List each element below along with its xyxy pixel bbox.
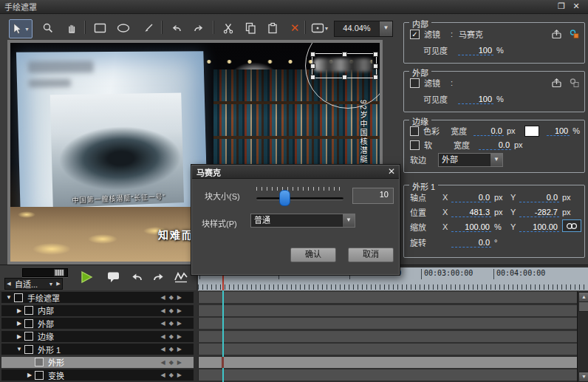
kf-next-icon[interactable]: ▶ [177,307,182,314]
kf-prev-icon[interactable]: ◀ [161,294,165,301]
edge-color-opacity-value[interactable]: 100 [547,126,570,136]
timeline-zoom-slider[interactable] [22,268,68,277]
expand-icon[interactable]: ▶ [15,320,24,327]
track-row-transform[interactable]: ▶ 变换 ◀◆▶ [1,369,194,381]
track-lane[interactable] [198,305,577,316]
kf-next-icon[interactable]: ▶ [177,333,182,340]
block-style-dropdown[interactable]: 普通 ▼ [250,214,355,228]
rotation-value[interactable]: 0.0 [451,238,491,248]
mask-handle-bottom-center[interactable] [342,75,347,80]
timeline-redo-button[interactable] [149,267,168,287]
export-filter-icon[interactable] [551,29,562,39]
kf-next-icon[interactable]: ▶ [177,359,182,366]
zoom-level-dropdown[interactable]: 44.04% ▼ [334,21,393,37]
kf-next-icon[interactable]: ▶ [177,346,182,352]
soft-edge-caret-icon[interactable]: ▼ [490,154,502,166]
scale-y-value[interactable]: 100.00 [519,222,559,232]
scale-link-toggle[interactable] [562,219,581,232]
track-row-external[interactable]: ▶ 外部 ◀◆▶ [1,318,194,329]
filter-settings-icon[interactable] [569,29,580,39]
track-row-shape-selected[interactable]: 外形 ◀◆▶ [1,357,194,368]
track-checkbox[interactable] [24,345,33,354]
kf-prev-icon[interactable]: ◀ [161,307,165,314]
playhead-line[interactable] [222,290,224,382]
edge-soft-checkbox[interactable] [410,140,420,150]
comment-button[interactable] [103,267,123,287]
track-checkbox[interactable] [14,293,23,302]
track-lane[interactable] [198,292,577,303]
position-x-value[interactable]: 481.3 [451,208,491,217]
mask-handle-top-left[interactable] [310,52,315,57]
kf-add-icon[interactable]: ◆ [169,294,174,301]
expand-icon[interactable]: ▶ [15,333,24,340]
scroll-down-icon[interactable]: ▼ [578,372,588,382]
track-row-internal[interactable]: ▶ 内部 ◀◆▶ [1,305,194,316]
play-button[interactable] [77,267,96,287]
confirm-button[interactable]: 确认 [290,248,336,262]
track-lane-selected[interactable] [198,357,577,368]
spin-right-icon[interactable]: ▶ [55,281,62,287]
internal-filter-value[interactable]: 马赛克 [459,28,483,40]
kf-add-icon[interactable]: ◆ [169,359,174,366]
edge-color-width-value[interactable]: 0.0 [474,126,504,136]
edge-soft-width-value[interactable]: 0.0 [479,140,511,150]
internal-visibility-value[interactable]: 100 [458,46,493,55]
kf-add-icon[interactable]: ◆ [169,307,174,314]
mosaic-dialog-titlebar[interactable]: 马赛克 [192,166,399,179]
fit-caret-icon[interactable]: ▼ [47,282,55,287]
timeline-undo-button[interactable] [127,267,146,287]
close-button[interactable]: ✕ [570,1,582,12]
keyframe-marker[interactable] [222,357,224,368]
edge-color-checkbox[interactable] [410,126,419,136]
track-lane[interactable] [198,369,577,381]
maximize-button[interactable]: ❐ [555,1,567,12]
kf-prev-icon[interactable]: ◀ [161,372,165,378]
paste-button[interactable] [263,19,282,37]
mask-handle-mid-right[interactable] [373,64,378,69]
expand-icon[interactable]: ▶ [15,307,24,314]
external-filter-checkbox[interactable] [410,78,420,88]
internal-filter-checkbox[interactable]: ✓ [410,30,420,39]
kf-next-icon[interactable]: ▶ [177,372,182,378]
cut-button[interactable] [219,19,238,37]
mask-handle-top-center[interactable] [342,52,347,57]
track-lane[interactable] [198,344,577,355]
kf-add-icon[interactable]: ◆ [169,320,174,327]
mosaic-dialog[interactable]: 马赛克 ✕ 块大小(S) 10 块样式(P) 普通 ▼ 确认 取消 [191,164,400,276]
expand-icon[interactable]: ▼ [4,294,13,301]
redo-button[interactable] [189,19,208,37]
fit-view-button[interactable]: ▼ [309,19,331,37]
kf-next-icon[interactable]: ▶ [177,294,182,301]
scrollbar-thumb[interactable] [578,301,588,312]
scale-x-value[interactable]: 100.00 [451,222,491,232]
kf-add-icon[interactable]: ◆ [169,346,174,352]
track-checkbox[interactable] [35,358,44,366]
anchor-y-value[interactable]: 0.0 [519,193,559,202]
track-checkbox[interactable] [35,371,44,380]
track-row-mask[interactable]: ▼ 手绘遮罩 ◀◆▶ [1,292,194,303]
kf-add-icon[interactable]: ◆ [169,333,174,340]
anchor-x-value[interactable]: 0.0 [451,193,491,202]
filter-settings-icon-disabled[interactable] [569,78,580,88]
export-filter-icon[interactable] [551,78,562,88]
mask-handle-top-right[interactable] [373,52,378,57]
track-checkbox[interactable] [24,319,33,328]
ellipse-tool-button[interactable] [114,19,133,37]
rectangle-tool-button[interactable] [90,19,109,37]
kf-add-icon[interactable]: ◆ [169,372,174,378]
curve-editor-button[interactable] [171,267,191,287]
title-bar[interactable]: 手绘遮罩 ❐ ✕ [0,0,588,14]
mask-handle-bottom-left[interactable] [310,75,315,80]
mask-rotate-handle[interactable] [380,63,383,69]
zoom-level-caret-icon[interactable]: ▼ [379,21,392,36]
external-visibility-value[interactable]: 100 [458,95,493,104]
spin-left-icon[interactable]: ◀ [5,281,13,287]
mosaic-dialog-close-icon[interactable]: ✕ [388,166,395,177]
track-checkbox[interactable] [24,332,33,341]
track-checkbox[interactable] [24,306,33,315]
expand-icon[interactable]: ▶ [25,372,34,378]
block-size-slider[interactable] [256,197,343,200]
kf-prev-icon[interactable]: ◀ [161,320,165,327]
kf-prev-icon[interactable]: ◀ [161,333,165,340]
copy-button[interactable] [241,19,260,37]
